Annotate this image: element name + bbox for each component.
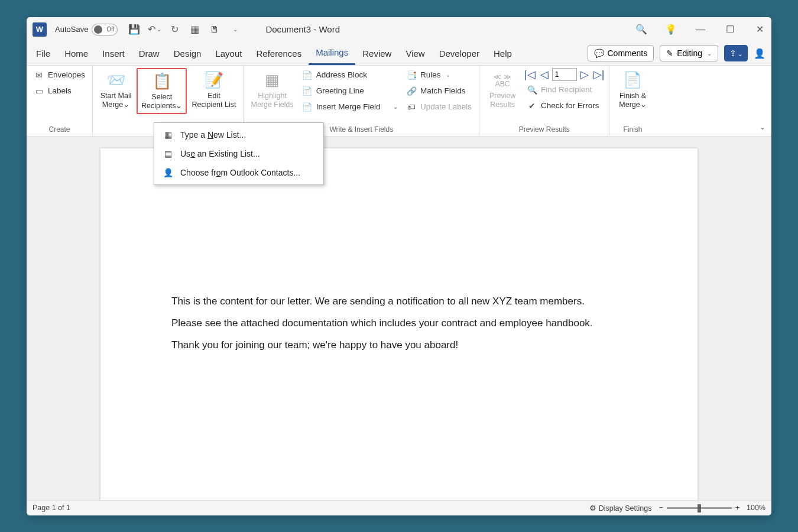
tab-file[interactable]: File: [29, 41, 57, 65]
editing-button[interactable]: ✎ Editing ⌄: [660, 45, 718, 61]
start-mail-merge-button[interactable]: 📨 Start MailMerge⌄: [96, 68, 135, 112]
start-mail-merge-icon: 📨: [106, 70, 126, 90]
find-recipient-button[interactable]: 🔍Find Recipient: [523, 83, 605, 97]
finish-merge-label: Finish &Merge⌄: [619, 92, 646, 109]
use-existing-list-icon: ▤: [163, 148, 173, 159]
page-indicator[interactable]: Page 1 of 1: [33, 504, 70, 512]
address-block-button[interactable]: 📄Address Block: [299, 68, 401, 82]
maximize-icon[interactable]: ☐: [724, 24, 736, 35]
tab-mailings[interactable]: Mailings: [309, 41, 355, 65]
check-errors-label: Check for Errors: [541, 101, 599, 110]
document-page[interactable]: This is the content for our letter. We a…: [100, 148, 698, 500]
preview-results-label: PreviewResults: [489, 92, 515, 109]
tab-design[interactable]: Design: [167, 41, 209, 65]
slider-track[interactable]: [667, 507, 732, 509]
highlight-merge-fields-button[interactable]: ▦ HighlightMerge Fields: [247, 68, 297, 112]
update-labels-label: Update Labels: [420, 102, 472, 111]
insert-merge-field-label: Insert Merge Field: [316, 102, 381, 111]
redo-icon[interactable]: ↻: [167, 22, 181, 37]
record-number-input[interactable]: [552, 68, 577, 81]
ribbon-collapse-icon[interactable]: ⌄: [760, 123, 765, 131]
qat-button-1[interactable]: ▦: [187, 22, 202, 37]
autosave-state: Off: [106, 26, 114, 33]
share-button[interactable]: ⇪⌄: [724, 45, 748, 61]
tab-help[interactable]: Help: [486, 41, 519, 65]
first-record-icon[interactable]: |◁: [523, 68, 537, 81]
address-block-label: Address Block: [316, 70, 367, 79]
labels-label: Labels: [48, 86, 72, 95]
undo-icon[interactable]: ↶⌄: [147, 22, 161, 37]
document-area[interactable]: This is the content for our letter. We a…: [27, 137, 771, 500]
account-icon[interactable]: 👤: [754, 47, 765, 59]
find-recipient-label: Find Recipient: [541, 85, 592, 94]
address-block-icon: 📄: [302, 70, 313, 80]
preview-results-button[interactable]: ≪ ≫ABC PreviewResults: [483, 68, 522, 112]
group-finish: 📄 Finish &Merge⌄ Finish: [609, 66, 656, 136]
slider-thumb[interactable]: [698, 504, 701, 512]
update-labels-icon: 🏷: [406, 102, 417, 112]
tab-developer[interactable]: Developer: [432, 41, 486, 65]
qat-customize-icon[interactable]: ⌄: [228, 22, 242, 37]
menu-use-existing-list[interactable]: ▤ Use an Existing List...: [154, 144, 323, 163]
rules-button[interactable]: 📑Rules⌄: [403, 68, 475, 82]
paragraph-3: Thank you for joining our team; we're ha…: [171, 334, 627, 356]
check-errors-button[interactable]: ✔Check for Errors: [523, 99, 605, 113]
zoom-level[interactable]: 100%: [747, 504, 765, 512]
zoom-out-icon[interactable]: −: [658, 504, 663, 512]
menu-type-new-list-label: Type a New List...: [180, 130, 246, 140]
rules-label: Rules: [420, 70, 441, 79]
display-settings-button[interactable]: ⚙ Display Settings: [589, 504, 651, 512]
greeting-line-button[interactable]: 📄Greeting Line: [299, 84, 401, 98]
insert-merge-field-icon: 📄: [302, 102, 313, 112]
tab-layout[interactable]: Layout: [208, 41, 249, 65]
tab-draw[interactable]: Draw: [132, 41, 167, 65]
group-create: ✉Envelopes ▭Labels Create: [27, 66, 93, 136]
tab-insert[interactable]: Insert: [95, 41, 132, 65]
menu-outlook-contacts[interactable]: 👤 Choose from Outlook Contacts...: [154, 163, 323, 182]
paragraph-2: Please see the attached documentation wh…: [171, 312, 627, 334]
tab-view[interactable]: View: [398, 41, 432, 65]
zoom-in-icon[interactable]: +: [735, 504, 739, 512]
comments-button[interactable]: 💬 Comments: [588, 45, 654, 61]
edit-recipient-list-label: EditRecipient List: [192, 92, 236, 109]
prev-record-icon[interactable]: ◁: [539, 68, 550, 81]
insert-merge-field-button[interactable]: 📄Insert Merge Field ⌄: [299, 100, 401, 114]
select-recipients-menu: ▦ Type a New List... ▤ Use an Existing L…: [154, 122, 324, 185]
display-settings-label: Display Settings: [599, 504, 652, 512]
greeting-line-label: Greeting Line: [316, 86, 364, 95]
tab-references[interactable]: References: [249, 41, 309, 65]
autosave-toggle[interactable]: Off: [92, 24, 118, 35]
finish-merge-button[interactable]: 📄 Finish &Merge⌄: [613, 68, 652, 112]
toggle-knob: [94, 25, 102, 34]
group-create-label: Create: [30, 124, 89, 135]
qat-button-2[interactable]: 🗎: [207, 22, 222, 37]
comments-label: Comments: [608, 48, 648, 58]
search-icon[interactable]: 🔍: [635, 24, 647, 35]
labels-button[interactable]: ▭Labels: [30, 84, 89, 98]
next-record-icon[interactable]: ▷: [579, 68, 590, 81]
zoom-slider[interactable]: − +: [658, 504, 739, 512]
close-icon[interactable]: ✕: [754, 24, 765, 35]
select-recipients-button[interactable]: 📋 SelectRecipients⌄: [137, 68, 187, 114]
menu-use-existing-label: Use an Existing List...: [180, 149, 260, 158]
word-app-icon: W: [33, 22, 47, 37]
greeting-line-icon: 📄: [302, 86, 313, 96]
highlight-icon: ▦: [262, 70, 283, 90]
match-fields-button[interactable]: 🔗Match Fields: [403, 84, 475, 98]
envelopes-button[interactable]: ✉Envelopes: [30, 68, 89, 82]
select-recipients-icon: 📋: [152, 72, 172, 92]
start-mail-merge-label: Start MailMerge⌄: [100, 92, 132, 109]
save-icon[interactable]: 💾: [127, 22, 141, 37]
editing-label: Editing: [677, 48, 702, 58]
tab-review[interactable]: Review: [355, 41, 398, 65]
minimize-icon[interactable]: ―: [695, 24, 706, 35]
last-record-icon[interactable]: ▷|: [592, 68, 606, 81]
menu-type-new-list[interactable]: ▦ Type a New List...: [154, 125, 323, 144]
edit-recipient-list-button[interactable]: 📝 EditRecipient List: [188, 68, 239, 112]
tab-home[interactable]: Home: [57, 41, 95, 65]
status-bar: Page 1 of 1 ⚙ Display Settings − + 100%: [27, 500, 771, 515]
lightbulb-icon[interactable]: 💡: [665, 24, 677, 35]
rules-icon: 📑: [406, 70, 417, 80]
word-window: W AutoSave Off 💾 ↶⌄ ↻ ▦ 🗎 ⌄ Document3 - …: [27, 17, 771, 515]
update-labels-button[interactable]: 🏷Update Labels: [403, 100, 475, 114]
